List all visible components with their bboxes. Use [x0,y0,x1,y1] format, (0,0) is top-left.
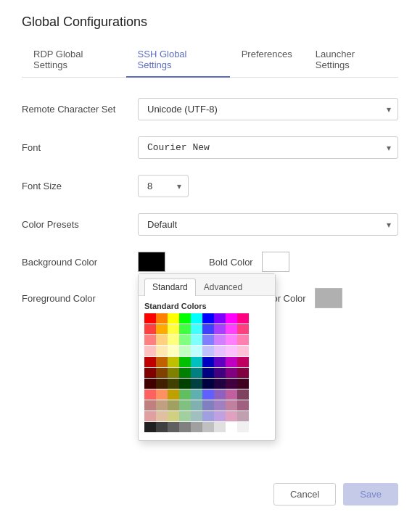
tab-rdp[interactable]: RDP Global Settings [22,43,126,78]
color-cell[interactable] [168,346,179,356]
color-cell[interactable] [156,324,168,334]
font-select[interactable]: Courier New [138,136,398,159]
color-cell[interactable] [179,313,191,323]
color-cell[interactable] [179,346,191,356]
color-cell[interactable] [168,400,179,410]
color-cell[interactable] [156,379,168,389]
color-cell[interactable] [168,411,179,421]
color-cell[interactable] [214,357,226,367]
color-cell[interactable] [144,324,156,334]
color-cell[interactable] [226,411,237,421]
color-cell[interactable] [179,422,191,432]
color-cell[interactable] [214,324,226,334]
color-cell[interactable] [156,357,168,367]
tab-ssh[interactable]: SSH Global Settings [126,43,230,78]
color-cell[interactable] [191,313,202,323]
color-cell[interactable] [214,313,226,323]
color-cell[interactable] [214,368,226,378]
color-cell[interactable] [214,400,226,410]
color-cell[interactable] [214,411,226,421]
color-cell[interactable] [202,346,214,356]
color-cell[interactable] [226,368,237,378]
color-cell[interactable] [214,346,226,356]
color-cell[interactable] [237,379,249,389]
color-cell[interactable] [226,379,237,389]
color-cell[interactable] [191,389,202,400]
color-cell[interactable] [179,389,191,400]
color-cell[interactable] [237,335,249,345]
tab-launcher[interactable]: Launcher Settings [304,43,398,78]
save-button[interactable]: Save [343,483,398,505]
color-cell[interactable] [237,368,249,378]
color-cell[interactable] [168,335,179,345]
color-cell[interactable] [191,324,202,334]
color-cell[interactable] [168,357,179,367]
color-cell[interactable] [202,324,214,334]
color-cell[interactable] [144,379,156,389]
color-cell[interactable] [237,422,249,432]
color-cell[interactable] [226,324,237,334]
color-cell[interactable] [191,346,202,356]
color-cell[interactable] [237,346,249,356]
color-cell[interactable] [179,324,191,334]
color-cell[interactable] [226,400,237,410]
color-cell[interactable] [237,357,249,367]
cancel-button[interactable]: Cancel [273,483,336,505]
color-cell[interactable] [202,313,214,323]
color-cell[interactable] [226,422,237,432]
color-cell[interactable] [226,313,237,323]
color-cell[interactable] [202,411,214,421]
color-cell[interactable] [202,389,214,400]
color-cell[interactable] [226,357,237,367]
color-cell[interactable] [168,379,179,389]
color-cell[interactable] [179,400,191,410]
color-cell[interactable] [168,368,179,378]
background-color-swatch[interactable] [138,252,165,272]
color-cell[interactable] [144,411,156,421]
color-cell[interactable] [237,411,249,421]
color-cell[interactable] [179,357,191,367]
color-cell[interactable] [156,411,168,421]
color-cell[interactable] [168,389,179,400]
color-cell[interactable] [144,346,156,356]
color-cell[interactable] [144,335,156,345]
color-cell[interactable] [168,324,179,334]
color-cell[interactable] [202,422,214,432]
color-cell[interactable] [179,379,191,389]
color-cell[interactable] [144,313,156,323]
color-cell[interactable] [226,389,237,400]
color-cell[interactable] [202,368,214,378]
color-cell[interactable] [202,357,214,367]
color-cell[interactable] [156,422,168,432]
color-cell[interactable] [179,411,191,421]
color-cell[interactable] [156,346,168,356]
color-cell[interactable] [237,324,249,334]
color-cell[interactable] [144,422,156,432]
picker-tab-standard[interactable]: Standard [144,278,196,296]
color-cell[interactable] [191,400,202,410]
color-cell[interactable] [156,313,168,323]
color-cell[interactable] [202,335,214,345]
color-cell[interactable] [226,335,237,345]
color-cell[interactable] [144,400,156,410]
color-cell[interactable] [214,389,226,400]
color-cell[interactable] [191,368,202,378]
color-cell[interactable] [237,389,249,400]
color-cell[interactable] [226,346,237,356]
color-cell[interactable] [144,368,156,378]
color-cell[interactable] [144,357,156,367]
color-cell[interactable] [214,422,226,432]
color-cell[interactable] [179,335,191,345]
bold-color-swatch[interactable] [262,252,289,272]
color-cell[interactable] [156,389,168,400]
color-cell[interactable] [214,379,226,389]
tab-preferences[interactable]: Preferences [230,43,304,78]
remote-charset-select[interactable]: Unicode (UTF-8) [138,98,398,120]
color-cell[interactable] [191,411,202,421]
color-cell[interactable] [156,400,168,410]
color-cell[interactable] [179,368,191,378]
picker-tab-advanced[interactable]: Advanced [196,278,250,295]
color-cell[interactable] [156,368,168,378]
color-cell[interactable] [168,313,179,323]
font-size-select[interactable]: 8 9 10 12 14 [138,175,189,197]
